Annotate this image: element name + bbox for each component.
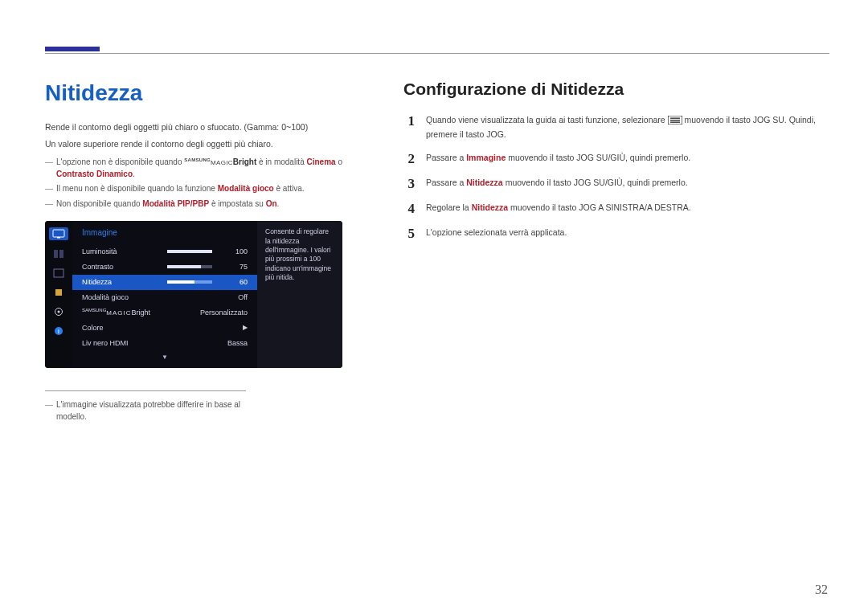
osd-category-icon [51, 287, 66, 298]
osd-title: Immagine [72, 227, 257, 244]
osd-row-label: Contrasto [82, 262, 159, 272]
osd-category-rail: i [45, 221, 72, 368]
osd-category-settings-icon [51, 306, 66, 317]
osd-slider [167, 280, 212, 284]
osd-category-info-icon: i [51, 325, 66, 337]
game-mode-label: Modalità gioco [218, 184, 274, 193]
immagine-label: Immagine [466, 153, 506, 162]
osd-value: 60 [220, 277, 248, 288]
step-3: 3 Passare a Nitidezza muovendo il tasto … [403, 177, 829, 190]
step-text: Regolare la Nitidezza muovendo il tasto … [426, 202, 691, 215]
svg-text:i: i [58, 328, 59, 335]
svg-rect-13 [670, 122, 680, 123]
svg-point-7 [58, 311, 60, 313]
description-line-1: Rende il contorno degli oggetti più chia… [45, 121, 358, 133]
osd-category-icon [51, 268, 66, 279]
step-2: 2 Passare a Immagine muovendo il tasto J… [403, 152, 829, 166]
osd-row-label: Luminosità [82, 247, 159, 257]
notes-list: L'opzione non è disponibile quando SAMSU… [45, 157, 358, 210]
osd-row: Luminosità100 [72, 244, 257, 260]
svg-rect-4 [54, 269, 63, 277]
osd-value: 100 [220, 247, 248, 257]
section-title: Nitidezza [45, 77, 358, 110]
footnote: L'immagine visualizzata potrebbe differi… [45, 390, 246, 423]
nitidezza-label: Nitidezza [466, 178, 503, 187]
svg-rect-0 [53, 230, 64, 237]
osd-row: Liv nero HDMIBassa [72, 336, 257, 351]
contrasto-dinamico-label: Contrasto Dinamico [56, 170, 133, 178]
left-column: Nitidezza Rende il contorno degli oggett… [45, 77, 358, 426]
osd-row-label: Liv nero HDMI [82, 338, 159, 349]
nitidezza-label: Nitidezza [472, 202, 509, 212]
step-number: 1 [403, 114, 415, 140]
note-2: Il menu non è disponibile quando la funz… [45, 183, 358, 195]
magic-bright-label: Bright [233, 157, 256, 166]
osd-main-panel: Immagine Luminosità100Contrasto75Nitidez… [72, 221, 257, 368]
step-text: L'opzione selezionata verrà applicata. [426, 227, 567, 240]
step-number: 3 [403, 177, 415, 190]
step-text: Passare a Immagine muovendo il tasto JOG… [426, 152, 690, 166]
osd-value: 75 [220, 262, 248, 272]
menu-icon [668, 116, 682, 128]
footnote-text: L'immagine visualizzata potrebbe differi… [45, 399, 246, 423]
header-accent-bar [45, 47, 100, 51]
osd-category-icon [51, 248, 66, 260]
note-text: L'opzione non è disponibile quando [56, 157, 184, 166]
page-number: 32 [815, 580, 828, 599]
cinema-label: Cinema [307, 157, 336, 166]
on-label: On [266, 199, 277, 208]
step-number: 4 [403, 202, 415, 215]
description-line-2: Un valore superiore rende il contorno de… [45, 138, 358, 150]
manual-page: Nitidezza Rende il contorno degli oggett… [0, 0, 868, 613]
svg-rect-2 [54, 250, 58, 258]
osd-row-label: SAMSUNGMAGICBright [82, 307, 159, 318]
step-1: 1 Quando viene visualizzata la guida ai … [403, 114, 829, 140]
svg-rect-1 [57, 237, 60, 239]
osd-scroll-down-icon: ▼ [72, 351, 257, 362]
pip-pbp-mode-label: Modalità PIP/PBP [142, 199, 209, 208]
step-4: 4 Regolare la Nitidezza muovendo il tast… [403, 202, 829, 215]
note-3: Non disponibile quando Modalità PIP/PBP … [45, 198, 358, 210]
step-text: Quando viene visualizzata la guida ai ta… [426, 114, 829, 140]
osd-help-text: Consente di regolare la nitidezza dell'i… [257, 221, 342, 368]
osd-row: Nitidezza60 [72, 275, 257, 290]
samsung-magic-label: SAMSUNGMAGIC [184, 159, 233, 166]
step-5: 5 L'opzione selezionata verrà applicata. [403, 227, 829, 240]
content-columns: Nitidezza Rende il contorno degli oggett… [45, 77, 829, 426]
osd-row-label: Nitidezza [82, 277, 159, 288]
osd-row-label: Colore [82, 323, 159, 333]
osd-row-label: Modalità gioco [82, 292, 159, 303]
right-column: Configurazione di Nitidezza 1 Quando vie… [403, 77, 829, 426]
header-rule [45, 53, 829, 54]
svg-rect-3 [59, 250, 63, 258]
osd-value: Off [159, 292, 248, 303]
osd-row: Modalità giocoOff [72, 290, 257, 305]
osd-value: Bassa [159, 338, 248, 349]
osd-row: Contrasto75 [72, 260, 257, 275]
osd-category-image-icon [49, 227, 68, 240]
steps-list: 1 Quando viene visualizzata la guida ai … [403, 114, 829, 239]
step-number: 2 [403, 152, 415, 166]
osd-slider [167, 265, 212, 268]
osd-row: Colore▶ [72, 321, 257, 336]
svg-rect-5 [55, 289, 62, 296]
svg-rect-11 [670, 118, 680, 119]
step-text: Passare a Nitidezza muovendo il tasto JO… [426, 177, 688, 190]
osd-value: Personalizzato [159, 308, 248, 318]
note-1: L'opzione non è disponibile quando SAMSU… [45, 157, 358, 180]
chevron-right-icon: ▶ [243, 323, 248, 333]
step-number: 5 [403, 227, 415, 240]
osd-rows: Luminosità100Contrasto75Nitidezza60Modal… [72, 244, 257, 351]
osd-row: SAMSUNGMAGICBrightPersonalizzato [72, 305, 257, 321]
config-title: Configurazione di Nitidezza [403, 77, 829, 101]
osd-slider [167, 250, 212, 253]
osd-menu: i Immagine Luminosità100Contrasto75Nitid… [45, 221, 342, 368]
svg-rect-12 [670, 120, 680, 121]
